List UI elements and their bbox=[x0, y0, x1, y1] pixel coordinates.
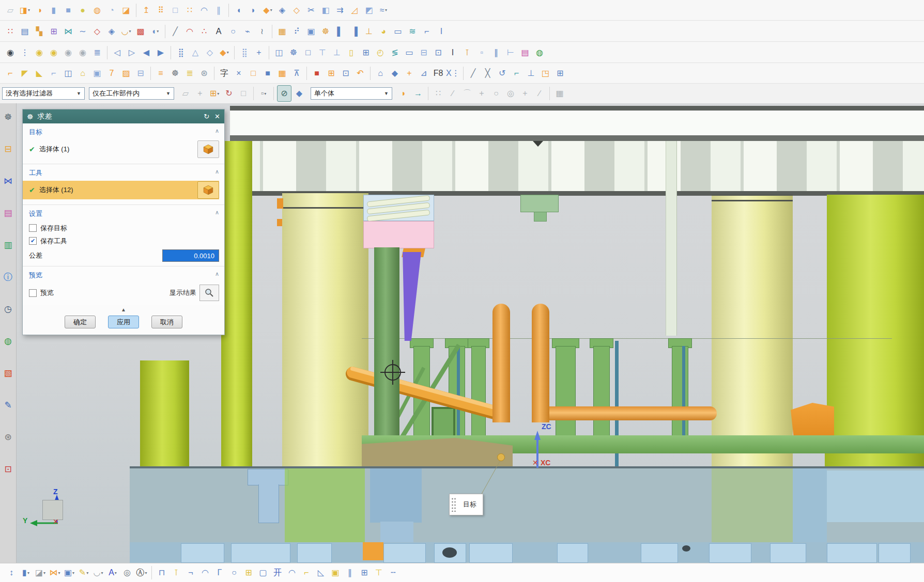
return-pin-left[interactable] bbox=[492, 304, 510, 422]
ok-button[interactable]: 确定 bbox=[65, 316, 96, 328]
icon-angle-graph[interactable]: ⊿ bbox=[417, 66, 430, 81]
icon-equal-split[interactable]: ⊟ bbox=[417, 45, 430, 60]
icon-pocket[interactable]: ▤ bbox=[18, 24, 32, 39]
icon-final-grid[interactable]: ⊞ bbox=[553, 66, 567, 81]
icon-cube-solid[interactable]: ■ bbox=[261, 66, 274, 81]
ejector-pin[interactable] bbox=[471, 346, 486, 437]
icon-snap-circle[interactable]: ○ bbox=[489, 86, 503, 101]
icon-snap-end[interactable]: ∕ bbox=[446, 86, 459, 101]
dialog-collapse-handle[interactable]: ▲ bbox=[23, 305, 224, 313]
icon-curve-cross[interactable]: × bbox=[232, 66, 245, 81]
icon-bar-note[interactable]: ▭ bbox=[403, 45, 416, 60]
icon-assembly-cube[interactable]: ◆ bbox=[388, 66, 402, 81]
select-body-button[interactable] bbox=[197, 181, 219, 199]
icon-subtract-tool[interactable]: ◈ bbox=[275, 3, 289, 18]
select-body-button[interactable] bbox=[197, 140, 219, 158]
icon-unite[interactable]: ◆▾ bbox=[261, 3, 274, 18]
icon-column-right[interactable]: ▐ bbox=[348, 24, 361, 39]
icon-point-snap[interactable]: ⊞▾ bbox=[208, 86, 221, 101]
icon-pad-table[interactable]: ▚ bbox=[33, 24, 46, 39]
icon-i-beam[interactable]: I bbox=[435, 24, 448, 39]
icon-align-grid[interactable]: ⣿ bbox=[174, 45, 188, 60]
icon-database[interactable]: ▤ bbox=[518, 45, 532, 60]
icon-mirror-geom[interactable]: ⋈ bbox=[61, 24, 75, 39]
icon-roles[interactable]: ☸ bbox=[2, 111, 14, 123]
icon-char-tool[interactable]: 字 bbox=[218, 66, 231, 81]
icon-sketch[interactable]: ▱ bbox=[4, 3, 17, 18]
icon-measure-distance[interactable]: ↕ bbox=[5, 565, 18, 580]
icon-point-grid[interactable]: ⣿ bbox=[238, 45, 251, 60]
icon-ellipse[interactable]: ○ bbox=[226, 24, 240, 39]
icon-spring[interactable]: ≋ bbox=[406, 24, 419, 39]
icon-angle-left[interactable]: ⌐ bbox=[300, 565, 313, 580]
icon-angle-snap[interactable]: △ bbox=[189, 45, 202, 60]
puller-bolt-head[interactable] bbox=[520, 195, 559, 212]
cancel-button[interactable]: 取消 bbox=[151, 316, 182, 328]
icon-law-curve[interactable]: ≀ bbox=[255, 24, 269, 39]
icon-bowtie-mate[interactable]: ⋈▾ bbox=[48, 565, 61, 580]
icon-extrude[interactable]: ◨▾ bbox=[18, 3, 32, 18]
center-support-column[interactable] bbox=[374, 247, 399, 467]
icon-trim-body[interactable]: ✂ bbox=[304, 3, 318, 18]
icon-spoke-wheel[interactable]: ⊛ bbox=[197, 66, 211, 81]
icon-dash-line[interactable]: ╌ bbox=[387, 565, 400, 580]
ejector-pin[interactable] bbox=[413, 346, 430, 437]
icon-page-right[interactable]: ◗ bbox=[247, 3, 260, 18]
base-plate-row[interactable] bbox=[130, 542, 924, 563]
icon-grid-pattern[interactable]: ▦ bbox=[275, 24, 289, 39]
icon-arch-top[interactable]: ◠ bbox=[198, 565, 212, 580]
icon-view-forward[interactable]: ▷ bbox=[125, 45, 138, 60]
icon-datum-plane[interactable]: ↥ bbox=[140, 3, 153, 18]
icon-snap-point[interactable]: ∷ bbox=[432, 86, 445, 101]
ejector-pin[interactable] bbox=[593, 346, 610, 437]
icon-window-image[interactable]: ⊡ bbox=[2, 463, 14, 475]
icon-show-hide[interactable]: ◉ bbox=[4, 45, 17, 60]
icon-frame-grid[interactable]: ⊞ bbox=[325, 66, 338, 81]
icon-broom-clean[interactable]: ⊼ bbox=[290, 66, 303, 81]
icon-sketch-x[interactable]: ╳ bbox=[481, 66, 495, 81]
icon-box-open[interactable]: □ bbox=[247, 66, 260, 81]
icon-view-first[interactable]: ◀ bbox=[140, 45, 153, 60]
guide-post-far-right[interactable] bbox=[827, 195, 924, 448]
icon-shell[interactable]: ◩ bbox=[362, 3, 376, 18]
icon-pentagon-draft[interactable]: ⌂ bbox=[374, 66, 387, 81]
icon-tee-top[interactable]: ⊤ bbox=[372, 565, 386, 580]
selection-filter-dropdown[interactable]: 没有选择过滤器▼ bbox=[2, 87, 85, 100]
icon-dim-bulb[interactable]: ◉ bbox=[61, 45, 75, 60]
icon-gear-feature[interactable]: ☸ bbox=[319, 24, 332, 39]
icon-column-left[interactable]: ▌ bbox=[333, 24, 347, 39]
icon-grid-cells[interactable]: ⊞ bbox=[358, 565, 371, 580]
icon-fit-view[interactable]: □ bbox=[301, 45, 315, 60]
icon-sew[interactable]: ◡▾ bbox=[119, 24, 133, 39]
icon-columns[interactable]: ∥ bbox=[489, 45, 503, 60]
top-plate-lower-edge[interactable] bbox=[230, 135, 924, 141]
icon-small-square[interactable]: ▫ bbox=[475, 45, 488, 60]
icon-snap-mid[interactable]: ⌒ bbox=[460, 86, 474, 101]
icon-block[interactable]: ■ bbox=[61, 3, 75, 18]
icon-snap-open[interactable]: ◇ bbox=[203, 45, 217, 60]
icon-cross-join[interactable]: + bbox=[403, 66, 416, 81]
icon-globe-view[interactable]: ◍ bbox=[533, 45, 546, 60]
icon-system-tools[interactable]: ⊛ bbox=[2, 431, 14, 443]
icon-shaded-body[interactable]: ◆ bbox=[292, 86, 306, 101]
body-rule-dropdown[interactable]: 单个体▼ bbox=[311, 87, 392, 100]
icon-display-order[interactable]: ⋮ bbox=[18, 45, 32, 60]
icon-pipe-corner[interactable]: ⌐ bbox=[47, 66, 60, 81]
icon-cylinder[interactable]: ▮ bbox=[47, 3, 60, 18]
close-icon[interactable]: ✕ bbox=[214, 113, 220, 120]
purple-angled-lifter[interactable] bbox=[397, 252, 421, 341]
icon-sketch-line[interactable]: ╱ bbox=[467, 66, 480, 81]
icon-bolt-hole[interactable]: ⊥ bbox=[362, 24, 376, 39]
target-select-row[interactable]: ✔ 选择体 (1) bbox=[23, 140, 219, 159]
icon-zigzag[interactable]: ≶ bbox=[388, 45, 402, 60]
icon-kai-symbol[interactable]: 开 bbox=[271, 565, 284, 580]
icon-curve-mesh[interactable]: ◈ bbox=[105, 24, 118, 39]
icon-mesh-points[interactable]: ∷ bbox=[4, 24, 17, 39]
icon-ghost-select[interactable]: ▱ bbox=[179, 86, 192, 101]
icon-frame[interactable]: ▣ bbox=[304, 24, 318, 39]
icon-highlight-all[interactable]: ◉ bbox=[47, 45, 60, 60]
icon-rounded-rect[interactable]: ▢ bbox=[256, 565, 270, 580]
pink-retainer-block[interactable] bbox=[363, 221, 434, 248]
icon-thread[interactable]: ≈▾ bbox=[377, 3, 390, 18]
icon-boot-tag[interactable]: ◣ bbox=[33, 66, 46, 81]
